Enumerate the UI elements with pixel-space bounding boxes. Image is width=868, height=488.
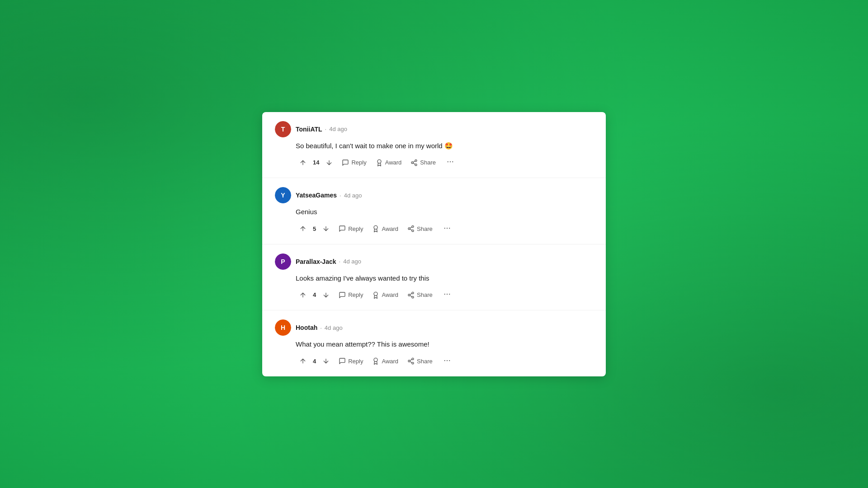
comment-item-4: H Hootah · 4d ago What you mean attempt?… [262, 310, 606, 376]
downvote-icon [326, 159, 333, 166]
award-button[interactable]: Award [372, 157, 406, 169]
more-icon [443, 357, 451, 365]
timestamp: 4d ago [329, 126, 347, 132]
dot-separator: · [340, 192, 341, 199]
username: ToniiATL [296, 126, 322, 133]
comment-body: Looks amazing I've always wanted to try … [275, 273, 593, 284]
comment-item-3: P Parallax-Jack · 4d ago Looks amazing I… [262, 244, 606, 311]
more-options-button[interactable] [440, 354, 454, 368]
more-icon [443, 290, 451, 298]
avatar-initials: P [275, 253, 291, 270]
svg-line-14 [410, 227, 412, 228]
more-options-button[interactable] [440, 222, 454, 236]
vote-group: 4 [296, 289, 333, 301]
svg-point-25 [447, 294, 448, 295]
comment-meta: YatseaGames · 4d ago [296, 192, 362, 199]
comments-panel: T ToniiATL · 4d ago So beautiful, I can'… [262, 112, 606, 376]
share-button[interactable]: Share [407, 157, 439, 169]
avatar-initials: H [275, 319, 291, 336]
reply-button[interactable]: Reply [335, 289, 367, 301]
avatar-initials: T [275, 121, 291, 137]
reply-label: Reply [348, 225, 363, 232]
reply-button[interactable]: Reply [338, 157, 370, 169]
upvote-button[interactable] [296, 355, 310, 367]
comment-body: Genius [275, 207, 593, 217]
share-button[interactable]: Share [404, 355, 436, 367]
downvote-icon [322, 225, 330, 232]
share-icon [407, 357, 415, 365]
share-button[interactable]: Share [404, 223, 436, 235]
award-icon [372, 291, 379, 299]
svg-line-5 [413, 161, 415, 162]
reply-label: Reply [351, 159, 366, 166]
vote-group: 14 [296, 157, 336, 169]
timestamp: 4d ago [343, 258, 361, 265]
svg-point-16 [447, 227, 448, 228]
comment-item-2: Y YatseaGames · 4d ago Genius 5 [262, 178, 606, 244]
reply-icon [342, 159, 349, 166]
more-icon [446, 158, 454, 166]
downvote-button[interactable] [322, 157, 336, 169]
svg-line-31 [410, 361, 412, 363]
reply-button[interactable]: Reply [335, 355, 367, 367]
reply-icon [339, 291, 346, 299]
more-options-button[interactable] [443, 155, 458, 169]
award-button[interactable]: Award [368, 223, 402, 235]
reply-icon [339, 225, 346, 232]
share-label: Share [417, 358, 433, 365]
comment-actions: 4 Reply Award [275, 354, 593, 368]
svg-line-13 [410, 229, 412, 230]
upvote-icon [299, 357, 307, 365]
award-label: Award [382, 358, 398, 365]
more-options-button[interactable] [440, 288, 454, 302]
dot-separator: · [325, 126, 327, 132]
more-icon [443, 224, 451, 232]
reply-icon [339, 357, 346, 365]
username: YatseaGames [296, 192, 337, 199]
avatar-initials: Y [275, 187, 291, 203]
dot-separator: · [320, 324, 322, 331]
award-label: Award [385, 159, 402, 166]
upvote-icon [299, 159, 307, 166]
svg-point-0 [377, 160, 381, 163]
timestamp: 4d ago [344, 192, 362, 199]
share-button[interactable]: Share [404, 289, 436, 301]
comment-meta: ToniiATL · 4d ago [296, 126, 347, 133]
svg-point-35 [449, 360, 450, 361]
svg-point-17 [449, 227, 450, 228]
award-button[interactable]: Award [368, 289, 402, 301]
award-label: Award [382, 225, 398, 232]
downvote-icon [322, 357, 330, 365]
avatar: P [275, 253, 291, 270]
vote-count: 5 [311, 225, 318, 232]
avatar: H [275, 319, 291, 336]
award-button[interactable]: Award [368, 355, 402, 367]
svg-line-32 [410, 359, 412, 361]
comment-header: T ToniiATL · 4d ago [275, 121, 593, 137]
upvote-button[interactable] [296, 223, 310, 235]
svg-point-15 [444, 227, 445, 228]
comment-body: So beautiful, I can't wait to make one i… [275, 141, 593, 151]
vote-group: 5 [296, 223, 333, 235]
comment-actions: 5 Reply Award [275, 222, 593, 236]
upvote-button[interactable] [296, 289, 310, 301]
svg-point-26 [449, 294, 450, 295]
comment-body: What you mean attempt?? This is awesome! [275, 339, 593, 350]
downvote-button[interactable] [319, 223, 333, 235]
upvote-button[interactable] [296, 157, 310, 169]
comment-item-1: T ToniiATL · 4d ago So beautiful, I can'… [262, 112, 606, 178]
award-icon [372, 357, 379, 365]
svg-point-9 [374, 225, 377, 229]
comment-header: Y YatseaGames · 4d ago [275, 187, 593, 203]
award-label: Award [382, 291, 398, 298]
vote-count: 4 [311, 291, 318, 298]
svg-point-24 [444, 294, 445, 295]
reply-label: Reply [348, 358, 363, 365]
comment-header: H Hootah · 4d ago [275, 319, 593, 336]
downvote-button[interactable] [319, 289, 333, 301]
reply-label: Reply [348, 291, 363, 298]
reply-button[interactable]: Reply [335, 223, 367, 235]
timestamp: 4d ago [325, 324, 343, 331]
downvote-button[interactable] [319, 355, 333, 367]
svg-line-23 [410, 293, 412, 295]
